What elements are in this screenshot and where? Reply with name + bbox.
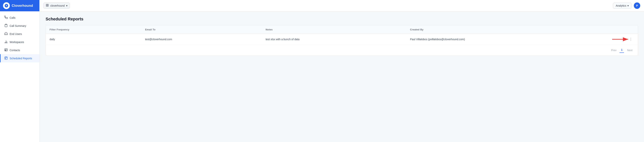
analytics-label: Analytics (616, 4, 626, 7)
headphone-icon (4, 32, 8, 36)
scheduled-reports-table: Filter Frequency Email To Notes Created … (46, 26, 638, 45)
main-area: cloverhound ▾ Analytics ▾ P Scheduled Re… (40, 0, 644, 142)
analytics-button[interactable]: Analytics ▾ (613, 3, 632, 9)
page-underline (620, 53, 624, 53)
nav-items: Calls Call Summary End Users (0, 11, 40, 142)
topbar: cloverhound ▾ Analytics ▾ P (40, 0, 644, 11)
calendar-icon (4, 56, 8, 60)
page-title: Scheduled Reports (46, 17, 638, 22)
app-name: Cloverhound (12, 4, 33, 8)
content-area: Scheduled Reports Filter Frequency Email… (40, 11, 644, 142)
contact-book-icon (4, 48, 8, 52)
phone-icon (4, 16, 8, 20)
user-avatar[interactable]: P (634, 3, 640, 9)
bar-chart-icon (4, 40, 8, 44)
analytics-chevron-icon: ▾ (628, 4, 629, 7)
next-button[interactable]: Next (626, 48, 634, 53)
sidebar-item-label-calls: Calls (10, 16, 16, 19)
org-name: cloverhound (50, 4, 65, 7)
row-menu-button[interactable]: ⋮ (628, 37, 634, 42)
col-actions (624, 26, 638, 34)
sidebar: Cloverhound Calls Call Summary (0, 0, 40, 142)
sidebar-header: Cloverhound (0, 0, 40, 11)
clipboard-icon (4, 24, 8, 28)
table-header-row: Filter Frequency Email To Notes Created … (46, 26, 638, 34)
sidebar-item-label-contacts: Contacts (10, 49, 20, 52)
sidebar-item-workspaces[interactable]: Workspaces (0, 38, 40, 46)
cell-email-to: test@cloverhound.com (141, 34, 262, 45)
cell-created-by: Paul Villalobos (pvillalobos@cloverhound… (406, 34, 624, 45)
sidebar-item-end-users[interactable]: End Users (0, 30, 40, 38)
svg-rect-7 (5, 57, 7, 60)
sidebar-item-call-summary[interactable]: Call Summary (0, 22, 40, 30)
scheduled-reports-table-container: Filter Frequency Email To Notes Created … (46, 25, 638, 56)
cell-notes: test xlsx with a bunch of data (262, 34, 406, 45)
col-filter-frequency: Filter Frequency (46, 26, 141, 34)
col-email-to: Email To (141, 26, 262, 34)
sidebar-item-calls[interactable]: Calls (0, 14, 40, 22)
building-icon (46, 4, 49, 7)
pagination: Prev 1 Next (46, 45, 638, 56)
col-notes: Notes (262, 26, 406, 34)
avatar-initials: P (636, 4, 638, 7)
svg-rect-11 (5, 58, 6, 59)
sidebar-item-label-scheduled-reports: Scheduled Reports (10, 57, 32, 60)
sidebar-item-contacts[interactable]: Contacts (0, 46, 40, 54)
sidebar-item-label-end-users: End Users (10, 33, 22, 36)
page-1-button[interactable]: 1 (620, 48, 624, 52)
topbar-right: Analytics ▾ P (613, 3, 640, 9)
prev-button[interactable]: Prev (610, 48, 618, 53)
sidebar-item-label-call-summary: Call Summary (10, 24, 26, 27)
logo-icon (3, 2, 10, 9)
sidebar-item-label-workspaces: Workspaces (10, 41, 24, 44)
sidebar-item-scheduled-reports[interactable]: Scheduled Reports (0, 54, 40, 62)
chevron-down-icon: ▾ (66, 4, 68, 7)
svg-point-6 (5, 49, 6, 50)
col-created-by: Created By (406, 26, 624, 34)
org-selector[interactable]: cloverhound ▾ (43, 3, 70, 9)
svg-rect-1 (6, 24, 6, 25)
svg-rect-12 (46, 4, 48, 7)
cell-filter-frequency: daily (46, 34, 141, 45)
page-number-wrapper: 1 (620, 48, 624, 53)
cell-row-actions: ⋮ (624, 34, 638, 45)
table-row: daily test@cloverhound.com test xlsx wit… (46, 34, 638, 45)
